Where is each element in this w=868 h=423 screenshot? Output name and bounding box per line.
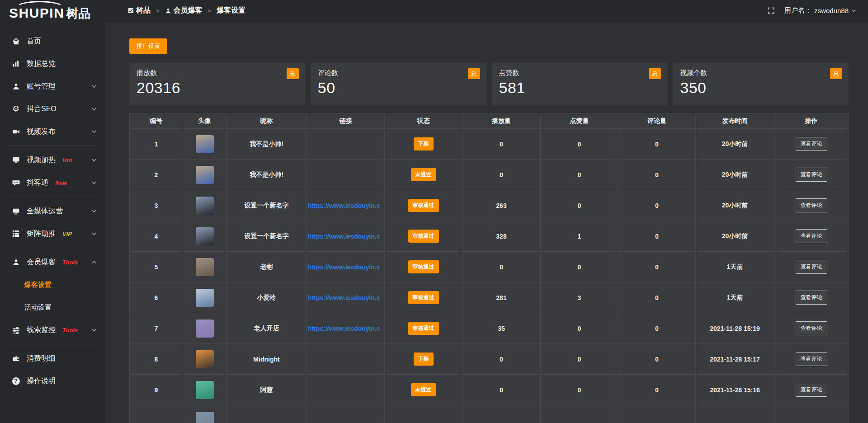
status-badge: 审核通过	[408, 230, 439, 243]
view-comments-button[interactable]: 查看评论	[796, 229, 827, 243]
stat-card-likes: 点赞数 581 总	[492, 63, 668, 105]
sidebar-item-label: 首页	[27, 37, 41, 46]
sidebar-subitem-label: 活动设置	[24, 303, 52, 312]
total-badge: 总	[830, 68, 842, 79]
app-icon	[128, 8, 134, 14]
stat-value: 20316	[137, 79, 298, 97]
logo: SHUPIN树品	[0, 0, 105, 26]
nickname: Midnight	[226, 344, 307, 375]
like-count: 0	[541, 252, 618, 282]
member-icon	[165, 8, 171, 14]
sidebar-item-lead-monitor[interactable]: 线索监控 Tools	[0, 319, 105, 341]
view-comments-button[interactable]: 查看评论	[796, 291, 827, 305]
chevron-down-icon	[91, 157, 97, 163]
sidebar-subitem-baoke-settings[interactable]: 爆客设置	[0, 273, 105, 296]
breadcrumb-item-shupin[interactable]: 树品	[128, 6, 151, 15]
nickname: 设置一个新名字	[226, 190, 307, 221]
stat-card-plays: 播放数 20316 总	[129, 63, 305, 105]
vip-tag: VIP	[62, 230, 72, 237]
sidebar-item-label: 视频发布	[27, 127, 56, 136]
comment-count: 0	[618, 313, 696, 344]
video-link[interactable]: https://www.iesdouyin.c	[307, 282, 385, 313]
sidebar-item-label: 数据总览	[27, 59, 56, 69]
view-comments-button[interactable]: 查看评论	[796, 168, 827, 182]
status-badge: 审核通过	[408, 322, 439, 335]
view-comments-button[interactable]: 查看评论	[796, 260, 827, 274]
view-comments-button[interactable]: 查看评论	[796, 383, 827, 397]
sidebar-item-omni-media[interactable]: 全媒体运营	[0, 200, 105, 222]
sidebar-item-instructions[interactable]: 操作说明	[0, 370, 105, 392]
sidebar-subitem-activity-settings[interactable]: 活动设置	[0, 296, 105, 319]
nickname: 我不是小帅!	[226, 160, 307, 190]
sidebar-item-label: 会员爆客	[27, 258, 56, 267]
video-link[interactable]	[307, 160, 385, 190]
video-link[interactable]: https://www.iesdouyin.c	[307, 313, 385, 344]
col-header: 昵称	[226, 113, 307, 129]
sidebar-item-member-baoke[interactable]: 会员爆客 Tools	[0, 251, 105, 273]
like-count: 0	[541, 344, 618, 375]
play-count: 0	[462, 129, 541, 160]
sidebar-item-account-mgmt[interactable]: 账号管理	[0, 75, 105, 98]
breadcrumb-item-baoke-settings[interactable]: 爆客设置	[217, 6, 245, 15]
comment-count: 0	[618, 252, 696, 282]
view-comments-button[interactable]: 查看评论	[796, 137, 827, 151]
chevron-up-icon	[91, 259, 97, 265]
sidebar-item-douketong[interactable]: 抖客通 New	[0, 171, 105, 194]
stat-label: 播放数	[137, 69, 298, 77]
status-badge: 未通过	[411, 168, 436, 181]
bar-chart-icon	[11, 60, 21, 67]
avatar	[196, 289, 214, 307]
sidebar-item-home[interactable]: 首页	[0, 30, 105, 52]
new-tag: New	[55, 179, 67, 186]
sidebar-item-douyin-seo[interactable]: ⚙ 抖音SEO	[0, 98, 105, 120]
comment-count: 0	[618, 375, 696, 405]
like-count: 0	[541, 129, 618, 160]
videos-table: 编号 头像 昵称 链接 状态 播放量 点赞量 评论量 发布时间 操作 1 我不是…	[129, 113, 849, 423]
video-link[interactable]	[307, 129, 385, 160]
divider	[6, 248, 99, 248]
promo-settings-button[interactable]: 推广设置	[129, 38, 167, 54]
table-row: 7 老人开店 https://www.iesdouyin.c 审核通过 35 0…	[130, 313, 848, 344]
like-count: 0	[541, 313, 618, 344]
logo-arc	[15, 1, 64, 14]
video-link[interactable]: https://www.iesdouyin.c	[307, 190, 385, 221]
nickname: 阿慧	[226, 375, 307, 405]
play-count: 328	[462, 221, 541, 252]
stat-cards: 播放数 20316 总 评论数 50 总 点赞数 581 总 视频个数 350 …	[129, 63, 849, 105]
publish-time: 1天前	[696, 282, 774, 313]
avatar	[196, 197, 214, 215]
view-comments-button[interactable]: 查看评论	[796, 198, 827, 212]
video-link[interactable]	[307, 344, 385, 375]
row-id: 7	[130, 313, 183, 344]
breadcrumb-item-member-baoke[interactable]: 会员爆客	[165, 6, 203, 15]
topbar-right: 用户名：zswodun88	[768, 6, 856, 15]
video-link[interactable]: https://www.iesdouyin.c	[307, 221, 385, 252]
sidebar-item-data-overview[interactable]: 数据总览	[0, 52, 105, 75]
like-count: 0	[541, 190, 618, 221]
top-bar: 树品 > 会员爆客 > 爆客设置 用户名：zswodun88	[105, 0, 868, 22]
table-row: 9 阿慧 未通过 0 0 0 2021-11-28 15:16 查看评论	[130, 375, 848, 405]
col-header: 状态	[385, 113, 462, 129]
user-prefix: 用户名：	[784, 6, 811, 15]
view-comments-button[interactable]: 查看评论	[796, 321, 827, 335]
chevron-down-icon	[91, 106, 97, 112]
sidebar-item-matrix-boost[interactable]: 矩阵助推 VIP	[0, 222, 105, 245]
stat-card-comments: 评论数 50 总	[311, 63, 486, 105]
row-id: 6	[130, 282, 183, 313]
user-menu[interactable]: 用户名：zswodun88	[784, 6, 856, 15]
video-link[interactable]: https://www.iesdouyin.c	[307, 252, 385, 282]
view-comments-button[interactable]: 查看评论	[796, 352, 827, 366]
status-badge: 审核通过	[408, 199, 439, 212]
sidebar-item-video-publish[interactable]: 视频发布	[0, 120, 105, 143]
sidebar-subitem-label: 爆客设置	[24, 281, 52, 289]
sidebar-item-video-heat[interactable]: 视频加热 Hot	[0, 149, 105, 171]
grid-icon	[11, 230, 21, 237]
sidebar-item-consumption-detail[interactable]: 消费明细	[0, 347, 105, 370]
row-id: 4	[130, 221, 183, 252]
breadcrumb-separator: >	[208, 7, 212, 14]
chevron-down-icon	[851, 7, 856, 15]
nickname: 我不是小帅!	[226, 129, 307, 160]
video-link[interactable]	[307, 375, 385, 405]
chevron-down-icon	[91, 84, 97, 89]
fullscreen-icon[interactable]	[768, 7, 774, 14]
